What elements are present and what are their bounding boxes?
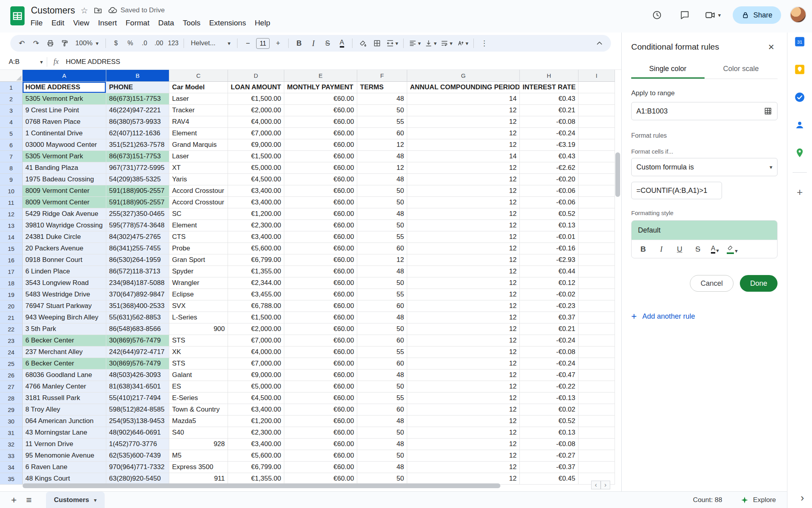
cell-B30[interactable]: 254(953)138-9453 — [106, 416, 169, 427]
print-icon[interactable] — [44, 37, 57, 50]
cell-A29[interactable]: 8 Troy Alley — [23, 404, 106, 416]
cell-E35[interactable]: €60.00 — [284, 473, 357, 485]
cell-C8[interactable]: XT — [169, 162, 228, 174]
cell-C18[interactable]: Wrangler — [169, 277, 228, 289]
cell-D12[interactable]: €1,200.00 — [228, 208, 284, 220]
cell-A8[interactable]: 41 Banding Plaza — [23, 162, 106, 174]
star-icon[interactable]: ☆ — [80, 6, 88, 15]
cell-H25[interactable]: -€0.24 — [520, 358, 578, 369]
avatar[interactable] — [790, 6, 806, 23]
cell-C14[interactable]: CTS — [169, 231, 228, 243]
cell-E32[interactable]: €60.00 — [284, 439, 357, 450]
cell-G11[interactable]: 12 — [407, 197, 520, 208]
cell-B11[interactable]: 591(188)905-2557 — [106, 197, 169, 208]
cell-H8[interactable]: -€2.62 — [520, 162, 578, 174]
cell-G6[interactable]: 12 — [407, 139, 520, 151]
font-select[interactable]: Helvet... ▾ — [188, 37, 234, 50]
cell-F35[interactable]: 50 — [357, 473, 407, 485]
cell-I17[interactable] — [578, 266, 615, 277]
style-underline-button[interactable]: U — [674, 245, 685, 254]
cell-A14[interactable]: 24381 Duke Circle — [23, 231, 106, 243]
cell-G30[interactable]: 12 — [407, 416, 520, 427]
cell-I26[interactable] — [578, 369, 615, 381]
cell-C15[interactable]: Probe — [169, 243, 228, 254]
fill-color-icon[interactable] — [356, 37, 370, 50]
cell-C3[interactable]: Tracker — [169, 105, 228, 116]
cell-D30[interactable]: €1,200.00 — [228, 416, 284, 427]
cell-B33[interactable]: 62(535)600-7439 — [106, 450, 169, 462]
cell-I12[interactable] — [578, 208, 615, 220]
range-input[interactable] — [636, 107, 760, 115]
cell-G19[interactable]: 12 — [407, 289, 520, 300]
cell-C21[interactable]: L-Series — [169, 312, 228, 323]
tab-single-color[interactable]: Single color — [631, 60, 705, 79]
cell-D23[interactable]: €7,000.00 — [228, 335, 284, 346]
cell-I9[interactable] — [578, 174, 615, 185]
cell-G17[interactable]: 12 — [407, 266, 520, 277]
cell-F9[interactable]: 48 — [357, 174, 407, 185]
cell-H10[interactable]: -€0.06 — [520, 185, 578, 197]
cell-G22[interactable]: 12 — [407, 323, 520, 335]
saved-status[interactable]: Saved to Drive — [108, 6, 165, 15]
cell-D19[interactable]: €3,455.00 — [228, 289, 284, 300]
row-header-23[interactable]: 23 — [0, 335, 23, 346]
cell-C9[interactable]: Yaris — [169, 174, 228, 185]
cell-C5[interactable]: Element — [169, 128, 228, 139]
add-another-rule-button[interactable]: + Add another rule — [631, 311, 778, 322]
cell-I21[interactable] — [578, 312, 615, 323]
redo-button[interactable]: ↷ — [29, 37, 43, 50]
cell-G29[interactable]: 12 — [407, 404, 520, 416]
cell-E17[interactable]: €60.00 — [284, 266, 357, 277]
row-header-5[interactable]: 5 — [0, 128, 23, 139]
cell-I2[interactable] — [578, 93, 615, 105]
cell-I7[interactable] — [578, 151, 615, 162]
row-header-14[interactable]: 14 — [0, 231, 23, 243]
cell-C28[interactable]: E-Series — [169, 393, 228, 404]
collapse-toolbar-icon[interactable] — [593, 37, 606, 50]
cell-H31[interactable]: €0.13 — [520, 427, 578, 439]
cell-B7[interactable]: 86(673)151-7753 — [106, 151, 169, 162]
paint-format-icon[interactable] — [58, 37, 71, 50]
cell-G33[interactable]: 12 — [407, 450, 520, 462]
cell-B13[interactable]: 595(778)574-3648 — [106, 220, 169, 231]
cell-C25[interactable]: STS — [169, 358, 228, 369]
cell-A7[interactable]: 5305 Vermont Park — [23, 151, 106, 162]
cell-A23[interactable]: 6 Becker Center — [23, 335, 106, 346]
cell-C13[interactable]: Element — [169, 220, 228, 231]
cell-E7[interactable]: €60.00 — [284, 151, 357, 162]
cell-E2[interactable]: €60.00 — [284, 93, 357, 105]
row-header-16[interactable]: 16 — [0, 254, 23, 266]
cell-B23[interactable]: 30(869)576-7479 — [106, 335, 169, 346]
cell-D18[interactable]: €2,344.00 — [228, 277, 284, 289]
cell-F34[interactable]: 48 — [357, 462, 407, 473]
cell-G20[interactable]: 12 — [407, 300, 520, 312]
cell-E14[interactable]: €60.00 — [284, 231, 357, 243]
row-header-6[interactable]: 6 — [0, 139, 23, 151]
cell-G31[interactable]: 12 — [407, 427, 520, 439]
column-header-G[interactable]: G — [407, 70, 520, 82]
cell-A30[interactable]: 064 American Junction — [23, 416, 106, 427]
cell-C31[interactable]: S40 — [169, 427, 228, 439]
increase-font-size-button[interactable]: + — [271, 37, 285, 50]
cell-A19[interactable]: 5483 Westridge Drive — [23, 289, 106, 300]
cell-D7[interactable]: €1,500.00 — [228, 151, 284, 162]
cell-A13[interactable]: 39810 Wayridge Crossing — [23, 220, 106, 231]
tasks-icon[interactable] — [794, 91, 806, 103]
cell-A11[interactable]: 8009 Vermont Center — [23, 197, 106, 208]
cell-D14[interactable]: €3,400.00 — [228, 231, 284, 243]
cell-H22[interactable]: €0.21 — [520, 323, 578, 335]
row-header-32[interactable]: 32 — [0, 439, 23, 450]
cell-G9[interactable]: 12 — [407, 174, 520, 185]
style-strikethrough-button[interactable]: S — [693, 245, 703, 254]
cell-E4[interactable]: €60.00 — [284, 116, 357, 128]
cell-D31[interactable]: €2,300.00 — [228, 427, 284, 439]
cell-E15[interactable]: €60.00 — [284, 243, 357, 254]
cell-G13[interactable]: 12 — [407, 220, 520, 231]
cell-G26[interactable]: 12 — [407, 369, 520, 381]
cell-E33[interactable]: €60.00 — [284, 450, 357, 462]
cell-F25[interactable]: 60 — [357, 358, 407, 369]
cell-F1[interactable]: TERMS — [357, 82, 407, 93]
cell-E20[interactable]: €60.00 — [284, 300, 357, 312]
menu-format[interactable]: Format — [121, 17, 154, 29]
cell-A15[interactable]: 20 Packers Avenue — [23, 243, 106, 254]
